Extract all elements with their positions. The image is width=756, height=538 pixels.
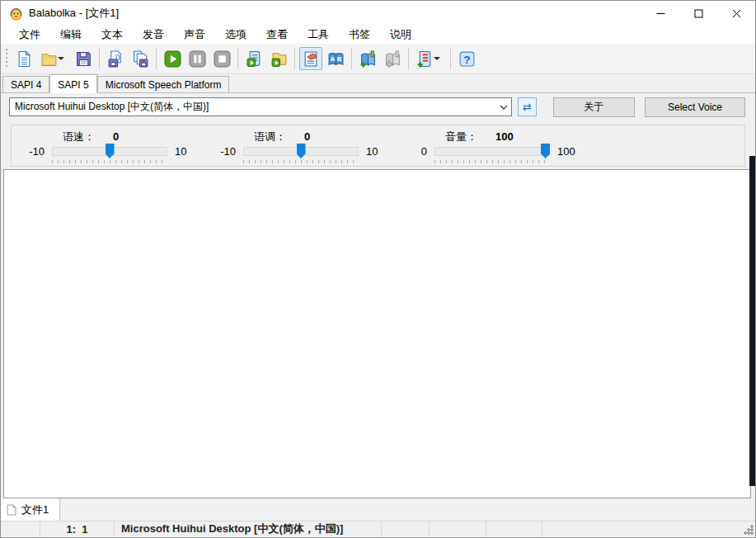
- document-tab[interactable]: 文件1: [1, 498, 60, 521]
- minimize-icon: [656, 9, 665, 18]
- status-cell-empty: [486, 521, 542, 536]
- balabolka-app-icon: [9, 7, 23, 21]
- save-audio-copy-icon: [132, 50, 149, 68]
- title-bar: Balabolka - [文件1]: [1, 1, 755, 26]
- document-page-icon: [7, 504, 16, 516]
- read-clipboard-button[interactable]: [242, 47, 265, 70]
- text-highlight-button[interactable]: [299, 47, 322, 70]
- menu-bar: 文件 编辑 文本 发音 声音 选项 查看 工具 书签 说明: [1, 26, 755, 44]
- add-bookmark-button[interactable]: [356, 47, 379, 70]
- window-title: Balabolka - [文件1]: [29, 6, 119, 21]
- refresh-voices-button[interactable]: ⇄: [518, 97, 537, 116]
- maximize-button[interactable]: [679, 1, 717, 26]
- volume-min-label: 0: [399, 145, 427, 158]
- volume-label: 音量：: [445, 130, 477, 144]
- slider-thumb[interactable]: [106, 144, 115, 158]
- select-voice-button[interactable]: Select Voice: [645, 97, 745, 117]
- menu-voice[interactable]: 声音: [174, 26, 215, 45]
- bookmark-list-button[interactable]: [413, 47, 446, 70]
- add-bookmark-icon: [359, 50, 377, 68]
- slider-area: 语速： 0 -10 10 语调： 0: [1, 120, 755, 169]
- slider-thumb[interactable]: [297, 144, 306, 158]
- pitch-min-label: -10: [208, 145, 236, 158]
- close-icon: [732, 9, 741, 18]
- play-icon: [164, 50, 181, 68]
- menu-view[interactable]: 查看: [256, 26, 298, 45]
- save-audio-file-icon: [107, 50, 124, 68]
- stop-button[interactable]: [210, 47, 233, 70]
- play-button[interactable]: [161, 47, 184, 70]
- pitch-slider[interactable]: [243, 144, 359, 158]
- pitch-label: 语调：: [254, 130, 286, 144]
- goto-bookmark-button[interactable]: [381, 47, 404, 70]
- toolbar-separator: [156, 48, 157, 69]
- refresh-icon: ⇄: [523, 101, 532, 113]
- rate-max-label: 10: [175, 145, 186, 158]
- slider-thumb[interactable]: [541, 144, 550, 158]
- toolbar-separator: [237, 48, 238, 69]
- maximize-icon: [694, 9, 703, 18]
- caption-buttons: [641, 1, 755, 26]
- tab-sapi4[interactable]: SAPI 4: [2, 76, 49, 92]
- menu-bookmarks[interactable]: 书签: [339, 26, 380, 45]
- menu-edit[interactable]: 编辑: [50, 26, 92, 45]
- bookmark-list-dropdown-icon[interactable]: [434, 57, 440, 60]
- rate-slider-group: 语速： 0 -10 10: [16, 130, 208, 166]
- status-cursor-position: 1: 1: [40, 521, 115, 536]
- batch-folder-convert-icon: [270, 50, 288, 68]
- batch-folder-convert-button[interactable]: [267, 47, 290, 70]
- menu-tools[interactable]: 工具: [298, 26, 339, 45]
- open-file-button[interactable]: [37, 47, 70, 70]
- dictionary-ab-icon: A B: [327, 50, 345, 68]
- status-cell-empty: [430, 521, 486, 536]
- pitch-slider-group: 语调： 0 -10 10: [208, 130, 399, 166]
- help-button[interactable]: ?: [455, 47, 478, 70]
- toolbar-separator: [450, 48, 451, 69]
- volume-slider-group: 音量： 100 0 100: [399, 130, 590, 166]
- open-file-dropdown-icon[interactable]: [58, 57, 64, 60]
- about-voice-button[interactable]: 关于: [553, 97, 635, 117]
- menu-text[interactable]: 文本: [92, 26, 133, 45]
- svg-text:?: ?: [463, 53, 470, 65]
- pause-button[interactable]: [185, 47, 209, 70]
- menu-options[interactable]: 选项: [215, 26, 256, 45]
- chevron-down-icon[interactable]: [496, 105, 511, 110]
- menu-help[interactable]: 说明: [380, 26, 421, 45]
- toolbar-grip[interactable]: [4, 49, 8, 68]
- slider-ticks: [52, 160, 167, 163]
- save-file-button[interactable]: [72, 47, 95, 70]
- voice-select-combobox[interactable]: Microsoft Huihui Desktop [中文(简体，中国)]: [9, 97, 512, 116]
- menu-pronounce[interactable]: 发音: [133, 26, 174, 45]
- volume-max-label: 100: [557, 145, 575, 158]
- pitch-value: 0: [304, 130, 310, 143]
- volume-slider[interactable]: [434, 144, 550, 158]
- close-button[interactable]: [717, 1, 755, 26]
- save-audio-file-button[interactable]: [104, 47, 127, 70]
- dictionary-button[interactable]: A B: [324, 47, 347, 70]
- voice-row: Microsoft Huihui Desktop [中文(简体，中国)] ⇄ 关…: [1, 93, 755, 120]
- svg-text:B: B: [336, 55, 341, 63]
- menu-file[interactable]: 文件: [9, 26, 50, 45]
- new-document-button[interactable]: [12, 47, 35, 70]
- status-cell-empty: [542, 521, 755, 536]
- voice-engine-tabs: SAPI 4 SAPI 5 Microsoft Speech Platform: [1, 74, 755, 93]
- voice-combo-value: Microsoft Huihui Desktop [中文(简体，中国)]: [15, 100, 209, 114]
- toolbar-separator: [294, 48, 295, 69]
- status-cell-empty: [1, 521, 40, 536]
- tab-microsoft-speech-platform[interactable]: Microsoft Speech Platform: [97, 76, 230, 92]
- slider-ticks: [243, 160, 359, 163]
- rate-slider[interactable]: [52, 144, 167, 158]
- resize-grip[interactable]: [743, 524, 754, 535]
- svg-text:A: A: [330, 55, 335, 63]
- text-editor[interactable]: [3, 169, 751, 498]
- save-audio-copy-button[interactable]: [129, 47, 152, 70]
- tab-sapi5[interactable]: SAPI 5: [49, 74, 96, 93]
- status-bar: 1: 1 Microsoft Huihui Desktop [中文(简体，中国)…: [1, 521, 755, 536]
- minimize-button[interactable]: [641, 1, 679, 26]
- slider-track[interactable]: [434, 147, 550, 156]
- help-icon: ?: [458, 50, 476, 68]
- rate-value: 0: [113, 130, 119, 143]
- volume-value: 100: [495, 130, 514, 143]
- open-file-icon: [40, 50, 58, 68]
- status-voice-name: Microsoft Huihui Desktop [中文(简体，中国)]: [115, 521, 382, 536]
